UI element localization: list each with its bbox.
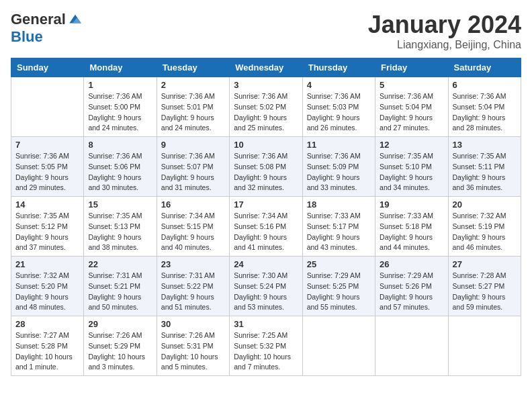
day-number: 1 <box>88 80 152 90</box>
table-row <box>375 316 448 376</box>
day-number: 18 <box>307 199 371 210</box>
day-info: Sunrise: 7:29 AMSunset: 5:25 PMDaylight:… <box>307 271 371 313</box>
table-row <box>448 316 521 376</box>
table-row: 10Sunrise: 7:36 AMSunset: 5:08 PMDayligh… <box>230 137 302 197</box>
day-number: 19 <box>380 199 443 210</box>
table-row: 23Sunrise: 7:31 AMSunset: 5:22 PMDayligh… <box>157 257 229 316</box>
day-number: 30 <box>161 319 225 329</box>
day-number: 8 <box>88 140 152 150</box>
day-info: Sunrise: 7:32 AMSunset: 5:20 PMDaylight:… <box>15 271 79 313</box>
day-number: 11 <box>307 140 371 150</box>
table-row: 13Sunrise: 7:35 AMSunset: 5:11 PMDayligh… <box>448 137 521 197</box>
calendar-week-3: 14Sunrise: 7:35 AMSunset: 5:12 PMDayligh… <box>11 197 521 257</box>
table-row: 17Sunrise: 7:34 AMSunset: 5:16 PMDayligh… <box>230 197 302 257</box>
day-number: 7 <box>15 140 79 150</box>
calendar-week-5: 28Sunrise: 7:27 AMSunset: 5:28 PMDayligh… <box>11 316 521 376</box>
day-info: Sunrise: 7:36 AMSunset: 5:06 PMDaylight:… <box>88 151 152 193</box>
day-info: Sunrise: 7:35 AMSunset: 5:10 PMDaylight:… <box>380 151 443 193</box>
day-info: Sunrise: 7:31 AMSunset: 5:21 PMDaylight:… <box>88 271 152 313</box>
header-monday: Monday <box>84 58 157 77</box>
day-info: Sunrise: 7:36 AMSunset: 5:01 PMDaylight:… <box>161 91 225 134</box>
day-info: Sunrise: 7:27 AMSunset: 5:28 PMDaylight:… <box>15 330 79 373</box>
table-row: 16Sunrise: 7:34 AMSunset: 5:15 PMDayligh… <box>157 197 229 257</box>
table-row: 12Sunrise: 7:35 AMSunset: 5:10 PMDayligh… <box>375 137 448 197</box>
day-number: 29 <box>88 319 152 329</box>
day-number: 3 <box>234 80 298 90</box>
day-info: Sunrise: 7:34 AMSunset: 5:15 PMDaylight:… <box>161 211 225 253</box>
day-info: Sunrise: 7:26 AMSunset: 5:31 PMDaylight:… <box>161 330 225 373</box>
day-info: Sunrise: 7:33 AMSunset: 5:17 PMDaylight:… <box>307 211 371 253</box>
table-row: 18Sunrise: 7:33 AMSunset: 5:17 PMDayligh… <box>302 197 375 257</box>
table-row: 28Sunrise: 7:27 AMSunset: 5:28 PMDayligh… <box>11 316 84 376</box>
day-info: Sunrise: 7:34 AMSunset: 5:16 PMDaylight:… <box>234 211 298 253</box>
day-info: Sunrise: 7:32 AMSunset: 5:19 PMDaylight:… <box>453 211 517 253</box>
table-row: 5Sunrise: 7:36 AMSunset: 5:04 PMDaylight… <box>375 77 448 137</box>
table-row: 20Sunrise: 7:32 AMSunset: 5:19 PMDayligh… <box>448 197 521 257</box>
day-number: 15 <box>88 199 152 210</box>
day-info: Sunrise: 7:26 AMSunset: 5:29 PMDaylight:… <box>88 330 152 373</box>
day-info: Sunrise: 7:36 AMSunset: 5:05 PMDaylight:… <box>15 151 79 193</box>
day-number: 26 <box>380 259 443 269</box>
day-number: 28 <box>15 319 79 329</box>
day-number: 4 <box>307 80 371 90</box>
day-number: 20 <box>453 199 517 210</box>
table-row: 30Sunrise: 7:26 AMSunset: 5:31 PMDayligh… <box>157 316 229 376</box>
table-row: 11Sunrise: 7:36 AMSunset: 5:09 PMDayligh… <box>302 137 375 197</box>
day-info: Sunrise: 7:31 AMSunset: 5:22 PMDaylight:… <box>161 271 225 313</box>
calendar-week-2: 7Sunrise: 7:36 AMSunset: 5:05 PMDaylight… <box>11 137 521 197</box>
table-row: 7Sunrise: 7:36 AMSunset: 5:05 PMDaylight… <box>11 137 84 197</box>
header-friday: Friday <box>375 58 448 77</box>
title-section: January 2024 Liangxiang, Beijing, China <box>368 11 521 51</box>
day-info: Sunrise: 7:36 AMSunset: 5:04 PMDaylight:… <box>453 91 517 134</box>
table-row: 3Sunrise: 7:36 AMSunset: 5:02 PMDaylight… <box>230 77 302 137</box>
table-row: 6Sunrise: 7:36 AMSunset: 5:04 PMDaylight… <box>448 77 521 137</box>
day-number: 9 <box>161 140 225 150</box>
table-row: 31Sunrise: 7:25 AMSunset: 5:32 PMDayligh… <box>230 316 302 376</box>
day-number: 2 <box>161 80 225 90</box>
day-info: Sunrise: 7:36 AMSunset: 5:07 PMDaylight:… <box>161 151 225 193</box>
header-saturday: Saturday <box>448 58 521 77</box>
day-info: Sunrise: 7:30 AMSunset: 5:24 PMDaylight:… <box>234 271 298 313</box>
day-number: 22 <box>88 259 152 269</box>
header-wednesday: Wednesday <box>230 58 302 77</box>
header-thursday: Thursday <box>302 58 375 77</box>
day-number: 14 <box>15 199 79 210</box>
header-tuesday: Tuesday <box>157 58 229 77</box>
day-info: Sunrise: 7:36 AMSunset: 5:08 PMDaylight:… <box>234 151 298 193</box>
table-row: 25Sunrise: 7:29 AMSunset: 5:25 PMDayligh… <box>302 257 375 316</box>
location: Liangxiang, Beijing, China <box>368 39 521 51</box>
calendar: Sunday Monday Tuesday Wednesday Thursday… <box>11 58 521 376</box>
day-info: Sunrise: 7:29 AMSunset: 5:26 PMDaylight:… <box>380 271 443 313</box>
logo-icon <box>67 11 83 28</box>
day-info: Sunrise: 7:35 AMSunset: 5:11 PMDaylight:… <box>453 151 517 193</box>
day-number: 10 <box>234 140 298 150</box>
day-number: 5 <box>380 80 443 90</box>
table-row <box>11 77 84 137</box>
table-row: 29Sunrise: 7:26 AMSunset: 5:29 PMDayligh… <box>84 316 157 376</box>
table-row: 24Sunrise: 7:30 AMSunset: 5:24 PMDayligh… <box>230 257 302 316</box>
table-row: 14Sunrise: 7:35 AMSunset: 5:12 PMDayligh… <box>11 197 84 257</box>
header-sunday: Sunday <box>11 58 84 77</box>
calendar-week-1: 1Sunrise: 7:36 AMSunset: 5:00 PMDaylight… <box>11 77 521 137</box>
day-number: 13 <box>453 140 517 150</box>
day-number: 23 <box>161 259 225 269</box>
day-number: 25 <box>307 259 371 269</box>
table-row <box>302 316 375 376</box>
day-number: 6 <box>453 80 517 90</box>
logo-general: General <box>11 11 66 28</box>
table-row: 21Sunrise: 7:32 AMSunset: 5:20 PMDayligh… <box>11 257 84 316</box>
logo-blue: Blue <box>11 28 43 45</box>
day-number: 27 <box>453 259 517 269</box>
table-row: 19Sunrise: 7:33 AMSunset: 5:18 PMDayligh… <box>375 197 448 257</box>
day-number: 17 <box>234 199 298 210</box>
day-info: Sunrise: 7:36 AMSunset: 5:02 PMDaylight:… <box>234 91 298 134</box>
day-info: Sunrise: 7:25 AMSunset: 5:32 PMDaylight:… <box>234 330 298 373</box>
calendar-header-row: Sunday Monday Tuesday Wednesday Thursday… <box>11 58 521 77</box>
day-info: Sunrise: 7:33 AMSunset: 5:18 PMDaylight:… <box>380 211 443 253</box>
day-info: Sunrise: 7:36 AMSunset: 5:04 PMDaylight:… <box>380 91 443 134</box>
day-info: Sunrise: 7:36 AMSunset: 5:09 PMDaylight:… <box>307 151 371 193</box>
day-number: 24 <box>234 259 298 269</box>
day-info: Sunrise: 7:28 AMSunset: 5:27 PMDaylight:… <box>453 271 517 313</box>
table-row: 2Sunrise: 7:36 AMSunset: 5:01 PMDaylight… <box>157 77 229 137</box>
day-info: Sunrise: 7:36 AMSunset: 5:00 PMDaylight:… <box>88 91 152 134</box>
